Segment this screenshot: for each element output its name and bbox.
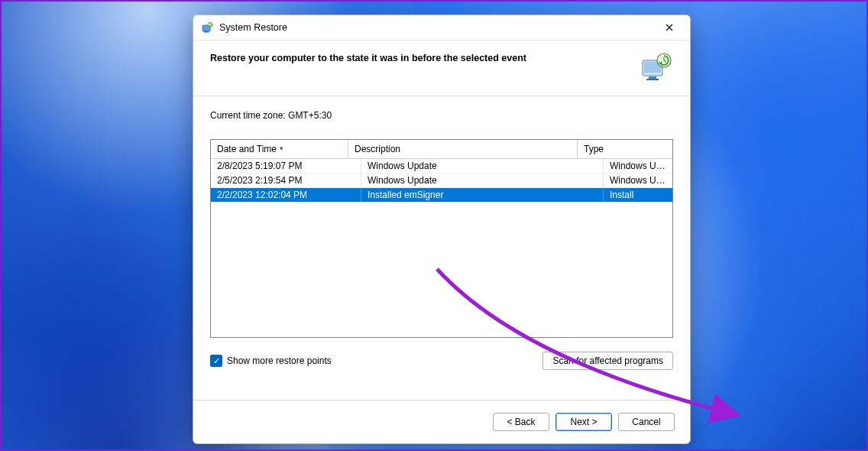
cell-date-time: 2/2/2023 12:02:04 PM <box>211 190 361 200</box>
cancel-label: Cancel <box>632 417 660 427</box>
scan-affected-button[interactable]: Scan for affected programs <box>542 352 673 370</box>
restore-points-table: Date and Time ▾ Description Type 2/8/202… <box>210 139 673 338</box>
show-more-label: Show more restore points <box>227 355 332 366</box>
cell-description: Windows Update <box>361 175 603 186</box>
wizard-heading: Restore your computer to the state it wa… <box>210 51 632 63</box>
back-button[interactable]: < Back <box>493 413 549 431</box>
column-description[interactable]: Description <box>348 140 578 158</box>
show-more-checkbox[interactable]: ✓ Show more restore points <box>210 355 332 367</box>
scan-affected-label: Scan for affected programs <box>552 355 663 366</box>
cell-description: Windows Update <box>361 161 603 171</box>
back-label: < Back <box>507 417 535 427</box>
table-row[interactable]: 2/8/2023 5:19:07 PMWindows UpdateWindows… <box>211 159 672 174</box>
cell-type: Install <box>604 190 672 200</box>
column-date-time[interactable]: Date and Time ▾ <box>211 140 348 158</box>
table-row[interactable]: 2/5/2023 2:19:54 PMWindows UpdateWindows… <box>211 174 672 188</box>
cell-date-time: 2/5/2023 2:19:54 PM <box>211 175 361 186</box>
desktop-background: System Restore Restore your computer to … <box>0 0 868 451</box>
table-header: Date and Time ▾ Description Type <box>211 140 672 159</box>
cell-type: Windows Update <box>604 161 672 171</box>
table-row[interactable]: 2/2/2023 12:02:04 PMInstalled emSignerIn… <box>211 188 672 203</box>
wizard-footer: < Back Next > Cancel <box>193 400 690 443</box>
svg-rect-6 <box>646 79 659 80</box>
wizard-header: Restore your computer to the state it wa… <box>193 41 690 96</box>
window-title: System Restore <box>219 22 287 33</box>
column-date-time-label: Date and Time <box>217 144 277 154</box>
column-type-label: Type <box>584 144 604 154</box>
cell-description: Installed emSigner <box>361 190 603 200</box>
timezone-label: Current time zone: GMT+5:30 <box>210 110 673 121</box>
column-type[interactable]: Type <box>578 140 672 158</box>
restore-hero-icon <box>640 51 673 82</box>
system-restore-window: System Restore Restore your computer to … <box>193 15 691 444</box>
titlebar: System Restore <box>193 15 690 41</box>
cancel-button[interactable]: Cancel <box>618 413 675 431</box>
checkmark-icon: ✓ <box>210 355 222 367</box>
next-label: Next > <box>570 417 597 427</box>
column-description-label: Description <box>355 144 400 154</box>
system-restore-icon <box>201 21 213 34</box>
cell-type: Windows Update <box>604 175 672 186</box>
close-button[interactable] <box>653 17 685 38</box>
sort-descending-icon: ▾ <box>280 144 283 152</box>
next-button[interactable]: Next > <box>555 413 612 431</box>
svg-rect-1 <box>204 31 209 33</box>
svg-rect-5 <box>649 76 656 79</box>
cell-date-time: 2/8/2023 5:19:07 PM <box>211 161 361 171</box>
